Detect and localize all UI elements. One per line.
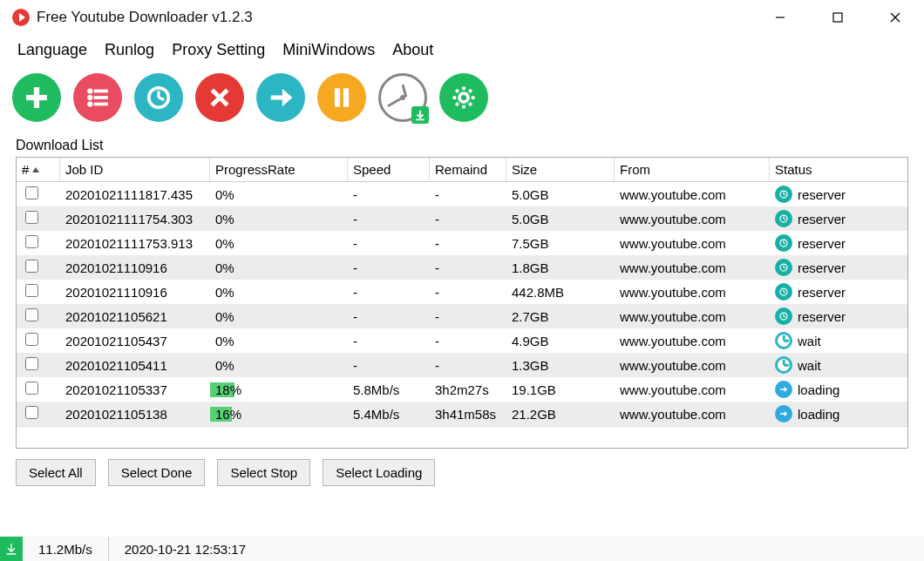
table-row[interactable]: 20201021111753.9130%--7.5GBwww.youtube.c… <box>17 231 907 255</box>
cell-remain: - <box>430 187 506 202</box>
cell-size: 442.8MB <box>506 285 615 300</box>
empty-row <box>17 426 907 449</box>
table-row[interactable]: 202010211109160%--1.8GBwww.youtube.comre… <box>17 255 907 280</box>
cell-size: 7.5GB <box>506 236 615 251</box>
col-job[interactable]: Job ID <box>60 158 210 181</box>
menu-miniwindows[interactable]: MiniWindows <box>275 37 382 63</box>
row-checkbox-cell <box>17 308 60 324</box>
cell-size: 5.0GB <box>506 212 615 226</box>
table-row[interactable]: 20201021111754.3030%--5.0GBwww.youtube.c… <box>17 206 907 231</box>
status-text: reserver <box>798 260 846 275</box>
loading-icon <box>775 381 792 398</box>
start-button[interactable] <box>256 73 305 122</box>
table-row[interactable]: 202010211054110%--1.3GBwww.youtube.comwa… <box>17 353 907 377</box>
cell-speed: - <box>348 260 430 275</box>
row-checkbox[interactable] <box>25 260 38 273</box>
cell-remain: 3h2m27s <box>430 382 506 397</box>
wait-icon <box>775 356 792 374</box>
row-checkbox[interactable] <box>25 333 38 346</box>
reserver-icon <box>775 186 792 203</box>
row-checkbox[interactable] <box>25 382 38 395</box>
row-checkbox-cell <box>17 357 60 373</box>
svg-rect-1 <box>833 13 842 22</box>
select-all-button[interactable]: Select All <box>16 459 96 486</box>
cell-status: loading <box>770 381 907 398</box>
svg-rect-7 <box>94 90 107 92</box>
close-button[interactable] <box>866 0 924 35</box>
row-checkbox[interactable] <box>25 406 38 419</box>
cell-size: 1.3GB <box>506 358 615 373</box>
table-row[interactable]: 202010211056210%--2.7GBwww.youtube.comre… <box>17 304 907 328</box>
add-button[interactable] <box>12 73 61 122</box>
table-row[interactable]: 202010211054370%--4.9GBwww.youtube.comwa… <box>17 328 907 353</box>
list-button[interactable] <box>73 73 122 122</box>
select-done-button[interactable]: Select Done <box>108 459 206 486</box>
cell-job: 20201021111754.303 <box>60 212 210 226</box>
cell-speed: - <box>348 358 430 373</box>
table-row[interactable]: 2020102110533718%5.8Mb/s3h2m27s19.1GBwww… <box>17 377 907 402</box>
reserver-icon <box>775 283 792 301</box>
cell-from: www.youtube.com <box>615 382 770 397</box>
row-checkbox-cell <box>17 186 60 202</box>
col-speed[interactable]: Speed <box>348 158 430 181</box>
table-row[interactable]: 2020102110513816%5.4Mb/s3h41m58s21.2GBww… <box>17 402 907 426</box>
cell-size: 5.0GB <box>506 187 615 202</box>
row-checkbox[interactable] <box>25 284 38 297</box>
cell-from: www.youtube.com <box>615 334 770 348</box>
maximize-button[interactable] <box>809 0 866 35</box>
menu-about[interactable]: About <box>385 37 440 63</box>
svg-line-14 <box>159 98 164 100</box>
select-stop-button[interactable]: Select Stop <box>217 459 310 486</box>
cell-size: 21.2GB <box>506 407 615 422</box>
col-size[interactable]: Size <box>506 158 615 181</box>
status-text: wait <box>798 358 821 373</box>
row-checkbox[interactable] <box>25 308 38 321</box>
menu-runlog[interactable]: Runlog <box>98 37 161 63</box>
schedule-download-button[interactable] <box>378 73 427 122</box>
cell-status: wait <box>770 356 907 374</box>
table-row[interactable]: 202010211109160%--442.8MBwww.youtube.com… <box>17 280 907 304</box>
pause-button[interactable] <box>317 73 366 122</box>
cell-progress: 0% <box>210 309 348 324</box>
status-text: reserver <box>798 236 846 251</box>
table-row[interactable]: 20201021111817.4350%--5.0GBwww.youtube.c… <box>17 182 907 206</box>
col-progress[interactable]: ProgressRate <box>210 158 348 181</box>
titlebar: Free Youtube Downloader v1.2.3 <box>0 0 924 35</box>
row-checkbox[interactable] <box>25 211 38 224</box>
menu-proxy-setting[interactable]: Proxy Setting <box>165 37 272 63</box>
reserver-icon <box>775 210 792 227</box>
menu-language[interactable]: Language <box>10 37 94 63</box>
cell-from: www.youtube.com <box>615 309 770 324</box>
col-remain[interactable]: Remaind <box>430 158 506 181</box>
statusbar: 11.2Mb/s 2020-10-21 12:53:17 <box>0 537 924 561</box>
row-checkbox-cell <box>17 333 60 348</box>
reserver-icon <box>775 234 792 252</box>
download-table: # Job ID ProgressRate Speed Remaind Size… <box>16 157 908 449</box>
svg-marker-40 <box>785 387 788 392</box>
svg-point-10 <box>88 102 92 106</box>
cell-remain: - <box>430 236 506 251</box>
svg-marker-42 <box>785 411 788 416</box>
row-checkbox[interactable] <box>25 357 38 370</box>
row-checkbox[interactable] <box>25 186 38 199</box>
download-badge-icon <box>411 106 429 124</box>
col-idx[interactable]: # <box>17 158 60 181</box>
cell-speed: - <box>348 334 430 348</box>
settings-button[interactable] <box>439 73 488 122</box>
select-loading-button[interactable]: Select Loading <box>323 459 435 486</box>
status-text: reserver <box>798 309 846 324</box>
row-checkbox[interactable] <box>25 235 38 248</box>
status-text: reserver <box>798 212 846 226</box>
cancel-button[interactable] <box>195 73 244 122</box>
reserver-icon <box>775 259 792 276</box>
timer-button[interactable] <box>134 73 183 122</box>
col-status[interactable]: Status <box>770 158 907 181</box>
status-text: reserver <box>798 285 846 300</box>
statusbar-speed: 11.2Mb/s <box>23 537 109 561</box>
cell-speed: 5.4Mb/s <box>348 407 430 422</box>
svg-rect-9 <box>94 97 107 99</box>
col-from[interactable]: From <box>615 158 770 181</box>
minimize-button[interactable] <box>751 0 809 35</box>
cell-job: 20201021110916 <box>60 260 210 275</box>
cell-remain: - <box>430 212 506 226</box>
